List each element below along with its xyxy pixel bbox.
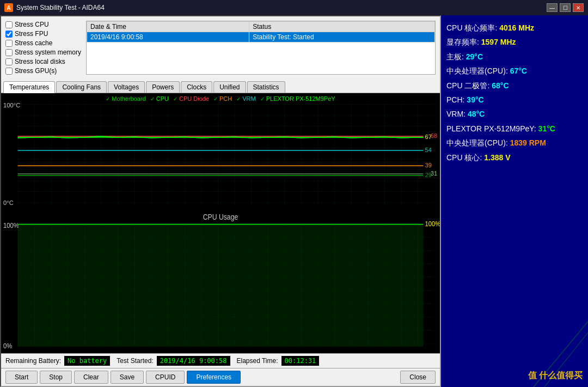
test-started-value: 2019/4/16 9:00:58: [157, 356, 230, 366]
stress-disk-checkbox[interactable]: [5, 58, 13, 65]
temperature-chart: ✓ Motherboard ✓ CPU ✓ CPU Diode ✓ PCH: [1, 93, 440, 210]
stress-cpu-item: Stress CPU: [5, 21, 82, 28]
usage-chart-svg: CPU Usage 100% 0% 100%: [1, 210, 440, 353]
preferences-button[interactable]: Preferences: [187, 371, 241, 384]
stress-cache-item: Stress cache: [5, 39, 82, 47]
svg-text:31: 31: [431, 170, 437, 177]
stress-options: Stress CPU Stress FPU Stress cache Stres…: [5, 21, 82, 75]
legend-plextor: ✓ PLEXTOR PX-512M9PeY: [260, 95, 335, 102]
stat-vrm-temp: VRM: 48°C: [446, 108, 583, 120]
event-log: Date & Time Status 2019/4/16 9:00:58 Sta…: [87, 21, 435, 43]
tab-temperatures[interactable]: Temperatures: [3, 81, 55, 93]
battery-status: Remaining Battery: No battery: [5, 356, 110, 366]
stress-fpu-checkbox[interactable]: [5, 31, 13, 38]
cpuid-button[interactable]: CPUID: [146, 371, 185, 384]
battery-value: No battery: [64, 356, 110, 366]
elapsed-status: Elapsed Time: 00:12:31: [237, 356, 320, 366]
tab-cooling-fans[interactable]: Cooling Fans: [56, 81, 107, 93]
col-datetime: Date & Time: [87, 22, 249, 32]
stress-memory-item: Stress system memory: [5, 49, 82, 56]
status-bar: Remaining Battery: No battery Test Start…: [1, 353, 440, 368]
table-row[interactable]: 2019/4/16 9:00:58 Stability Test: Starte…: [87, 32, 435, 43]
stat-cpu-freq: CPU 核心频率: 4016 MHz: [446, 22, 583, 34]
stat-plextor-temp: PLEXTOR PX-512M9PeY: 31°C: [446, 123, 583, 135]
tab-powers[interactable]: Powers: [146, 81, 180, 93]
stat-motherboard-temp: 主板: 29°C: [446, 51, 583, 63]
charts-area: ✓ Motherboard ✓ CPU ✓ CPU Diode ✓ PCH: [1, 93, 440, 353]
stress-gpu-label: Stress GPU(s): [15, 67, 57, 75]
tab-bar: Temperatures Cooling Fans Voltages Power…: [1, 79, 440, 93]
start-button[interactable]: Start: [5, 371, 38, 384]
minimize-button[interactable]: —: [547, 3, 558, 12]
test-started-status: Test Started: 2019/4/16 9:00:58: [117, 356, 230, 366]
stress-fpu-item: Stress FPU: [5, 30, 82, 38]
stress-cache-checkbox[interactable]: [5, 40, 13, 47]
stat-cpu-temp: 中央处理器(CPU): 67°C: [446, 65, 583, 77]
svg-text:0%: 0%: [3, 342, 12, 350]
stress-disk-item: Stress local disks: [5, 58, 82, 65]
svg-text:39: 39: [425, 162, 431, 168]
right-panel: CPU 核心频率: 4016 MHz 显存频率: 1597 MHz 主板: 29…: [441, 15, 588, 387]
stop-button[interactable]: Stop: [40, 371, 72, 384]
button-bar: Start Stop Clear Save CPUID Preferences …: [1, 368, 440, 386]
stress-memory-label: Stress system memory: [15, 49, 81, 56]
window-close-button[interactable]: ✕: [573, 3, 584, 12]
title-bar: A System Stability Test - AIDA64 — ☐ ✕: [0, 0, 588, 15]
legend-vrm: ✓ VRM: [236, 95, 255, 102]
stat-mem-freq: 显存频率: 1597 MHz: [446, 36, 583, 48]
title-bar-left: A System Stability Test - AIDA64: [4, 3, 105, 12]
window-title: System Stability Test - AIDA64: [16, 4, 105, 11]
stress-gpu-checkbox[interactable]: [5, 68, 13, 75]
battery-label: Remaining Battery:: [5, 357, 61, 365]
stress-gpu-item: Stress GPU(s): [5, 67, 82, 75]
elapsed-value: 00:12:31: [281, 356, 320, 366]
svg-text:54: 54: [425, 147, 431, 153]
svg-text:100%: 100%: [3, 221, 19, 229]
stress-memory-checkbox[interactable]: [5, 49, 13, 56]
svg-text:0°C: 0°C: [3, 199, 14, 206]
temp-legend: ✓ Motherboard ✓ CPU ✓ CPU Diode ✓ PCH: [106, 95, 335, 102]
temp-chart-svg: 100°C 0°C: [1, 93, 440, 210]
col-status: Status: [249, 22, 435, 32]
stress-fpu-label: Stress FPU: [15, 30, 48, 38]
log-status: Stability Test: Started: [249, 32, 435, 43]
log-table: Date & Time Status 2019/4/16 9:00:58 Sta…: [86, 21, 436, 75]
svg-rect-1: [18, 104, 434, 205]
app-icon: A: [4, 3, 13, 12]
stat-cpu-fan: 中央处理器(CPU): 1839 RPM: [446, 137, 583, 149]
maximize-button[interactable]: ☐: [560, 3, 571, 12]
save-button[interactable]: Save: [111, 371, 144, 384]
clear-button[interactable]: Clear: [74, 371, 108, 384]
close-app-button[interactable]: Close: [400, 371, 436, 384]
svg-text:CPU Usage: CPU Usage: [203, 213, 238, 221]
tab-unified[interactable]: Unified: [213, 81, 246, 93]
left-panel: Stress CPU Stress FPU Stress cache Stres…: [0, 15, 441, 387]
legend-cpu-diode: ✓ CPU Diode: [173, 95, 209, 102]
stat-pch-temp: PCH: 39°C: [446, 94, 583, 106]
tab-clocks[interactable]: Clocks: [181, 81, 212, 93]
svg-text:100%: 100%: [425, 220, 440, 228]
stat-cpu-diode-temp: CPU 二极管: 68°C: [446, 80, 583, 92]
cpu-usage-chart: CPU Usage 100% 0% 100%: [1, 210, 440, 353]
tab-voltages[interactable]: Voltages: [108, 81, 145, 93]
main-container: Stress CPU Stress FPU Stress cache Stres…: [0, 15, 588, 387]
svg-text:68: 68: [431, 132, 437, 139]
legend-cpu: ✓ CPU: [150, 95, 169, 102]
svg-rect-22: [18, 225, 424, 347]
title-bar-controls: — ☐ ✕: [547, 3, 584, 12]
tab-statistics[interactable]: Statistics: [247, 81, 285, 93]
watermark: 值 什么值得买: [528, 370, 583, 382]
legend-motherboard: ✓ Motherboard: [106, 95, 145, 102]
stress-cpu-label: Stress CPU: [15, 21, 49, 28]
stress-disk-label: Stress local disks: [15, 58, 65, 65]
stress-cache-label: Stress cache: [15, 39, 52, 47]
log-datetime: 2019/4/16 9:00:58: [87, 32, 249, 43]
legend-pch: ✓ PCH: [213, 95, 232, 102]
top-area: Stress CPU Stress FPU Stress cache Stres…: [1, 16, 440, 79]
stat-cpu-voltage: CPU 核心: 1.388 V: [446, 152, 583, 164]
svg-text:100°C: 100°C: [3, 102, 20, 108]
test-started-label: Test Started:: [117, 357, 153, 365]
stress-cpu-checkbox[interactable]: [5, 21, 13, 28]
elapsed-label: Elapsed Time:: [237, 357, 278, 365]
